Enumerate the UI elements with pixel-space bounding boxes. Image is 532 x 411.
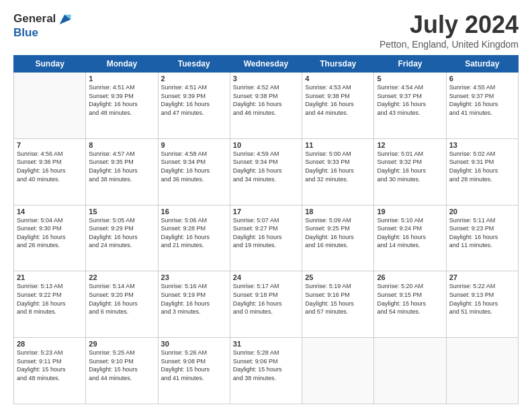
day-number: 25 <box>305 273 371 281</box>
location: Petton, England, United Kingdom <box>380 39 519 50</box>
day-number: 4 <box>305 75 371 83</box>
logo: General Blue <box>13 11 72 40</box>
col-sunday: Sunday <box>14 56 86 73</box>
table-row: 23Sunrise: 5:16 AMSunset: 9:19 PMDayligh… <box>158 271 230 338</box>
day-number: 7 <box>17 141 83 149</box>
logo-text: General Blue <box>13 11 72 40</box>
day-number: 31 <box>233 340 299 348</box>
day-info: Sunrise: 5:07 AMSunset: 9:27 PMDaylight:… <box>233 216 299 250</box>
day-number: 12 <box>377 141 443 149</box>
col-tuesday: Tuesday <box>158 56 230 73</box>
day-info: Sunrise: 4:52 AMSunset: 9:38 PMDaylight:… <box>233 83 299 117</box>
table-row: 27Sunrise: 5:22 AMSunset: 9:13 PMDayligh… <box>446 271 518 338</box>
col-wednesday: Wednesday <box>230 56 302 73</box>
day-info: Sunrise: 5:17 AMSunset: 9:18 PMDaylight:… <box>233 282 299 316</box>
day-number: 6 <box>449 75 515 83</box>
day-info: Sunrise: 5:23 AMSunset: 9:11 PMDaylight:… <box>17 349 83 382</box>
day-number: 23 <box>161 273 227 281</box>
day-info: Sunrise: 4:51 AMSunset: 9:39 PMDaylight:… <box>161 83 227 117</box>
day-info: Sunrise: 4:57 AMSunset: 9:35 PMDaylight:… <box>89 150 154 183</box>
day-number: 19 <box>377 208 443 216</box>
day-number: 24 <box>233 273 299 281</box>
table-row: 1Sunrise: 4:51 AMSunset: 9:39 PMDaylight… <box>86 73 158 139</box>
month-title: July 2024 <box>380 11 519 39</box>
table-row: 3Sunrise: 4:52 AMSunset: 9:38 PMDaylight… <box>230 73 302 139</box>
header: General Blue July 2024 Petton, England, … <box>13 11 519 50</box>
table-row: 6Sunrise: 4:55 AMSunset: 9:37 PMDaylight… <box>446 73 518 139</box>
day-info: Sunrise: 5:14 AMSunset: 9:20 PMDaylight:… <box>89 282 154 316</box>
day-info: Sunrise: 4:54 AMSunset: 9:37 PMDaylight:… <box>377 83 443 117</box>
table-row <box>374 338 446 404</box>
day-number: 3 <box>233 75 299 83</box>
table-row: 14Sunrise: 5:04 AMSunset: 9:30 PMDayligh… <box>14 205 86 271</box>
table-row: 28Sunrise: 5:23 AMSunset: 9:11 PMDayligh… <box>14 338 86 404</box>
day-info: Sunrise: 5:09 AMSunset: 9:25 PMDaylight:… <box>305 216 371 250</box>
table-row <box>302 338 374 404</box>
table-row: 22Sunrise: 5:14 AMSunset: 9:20 PMDayligh… <box>86 271 158 338</box>
table-row: 29Sunrise: 5:25 AMSunset: 9:10 PMDayligh… <box>86 338 158 404</box>
calendar-week-0: 1Sunrise: 4:51 AMSunset: 9:39 PMDaylight… <box>14 73 519 139</box>
calendar-header-row: Sunday Monday Tuesday Wednesday Thursday… <box>14 56 519 73</box>
logo-icon <box>57 12 72 27</box>
day-info: Sunrise: 5:11 AMSunset: 9:23 PMDaylight:… <box>449 216 515 250</box>
day-info: Sunrise: 5:22 AMSunset: 9:13 PMDaylight:… <box>449 282 515 316</box>
day-info: Sunrise: 5:01 AMSunset: 9:32 PMDaylight:… <box>377 150 443 183</box>
day-info: Sunrise: 5:02 AMSunset: 9:31 PMDaylight:… <box>449 150 515 183</box>
day-number: 29 <box>89 340 154 348</box>
col-thursday: Thursday <box>302 56 374 73</box>
table-row: 26Sunrise: 5:20 AMSunset: 9:15 PMDayligh… <box>374 271 446 338</box>
table-row: 12Sunrise: 5:01 AMSunset: 9:32 PMDayligh… <box>374 138 446 205</box>
day-number: 30 <box>161 340 227 348</box>
day-number: 18 <box>305 208 371 216</box>
day-info: Sunrise: 4:58 AMSunset: 9:34 PMDaylight:… <box>161 150 227 183</box>
day-number: 11 <box>305 141 371 149</box>
logo-blue: Blue <box>13 27 72 40</box>
logo-general: General <box>13 13 56 26</box>
day-info: Sunrise: 5:28 AMSunset: 9:06 PMDaylight:… <box>233 349 299 382</box>
table-row: 5Sunrise: 4:54 AMSunset: 9:37 PMDaylight… <box>374 73 446 139</box>
day-info: Sunrise: 5:00 AMSunset: 9:33 PMDaylight:… <box>305 150 371 183</box>
day-number: 13 <box>449 141 515 149</box>
day-number: 17 <box>233 208 299 216</box>
day-number: 22 <box>89 273 154 281</box>
table-row: 21Sunrise: 5:13 AMSunset: 9:22 PMDayligh… <box>14 271 86 338</box>
day-number: 20 <box>449 208 515 216</box>
day-number: 5 <box>377 75 443 83</box>
day-number: 28 <box>17 340 83 348</box>
table-row: 13Sunrise: 5:02 AMSunset: 9:31 PMDayligh… <box>446 138 518 205</box>
day-info: Sunrise: 5:04 AMSunset: 9:30 PMDaylight:… <box>17 216 83 250</box>
day-info: Sunrise: 5:05 AMSunset: 9:29 PMDaylight:… <box>89 216 154 250</box>
calendar-table: Sunday Monday Tuesday Wednesday Thursday… <box>13 55 519 404</box>
table-row: 24Sunrise: 5:17 AMSunset: 9:18 PMDayligh… <box>230 271 302 338</box>
col-saturday: Saturday <box>446 56 518 73</box>
table-row <box>446 338 518 404</box>
table-row: 9Sunrise: 4:58 AMSunset: 9:34 PMDaylight… <box>158 138 230 205</box>
col-friday: Friday <box>374 56 446 73</box>
table-row: 11Sunrise: 5:00 AMSunset: 9:33 PMDayligh… <box>302 138 374 205</box>
day-info: Sunrise: 5:06 AMSunset: 9:28 PMDaylight:… <box>161 216 227 250</box>
calendar-week-3: 21Sunrise: 5:13 AMSunset: 9:22 PMDayligh… <box>14 271 519 338</box>
title-section: July 2024 Petton, England, United Kingdo… <box>380 11 519 50</box>
table-row: 20Sunrise: 5:11 AMSunset: 9:23 PMDayligh… <box>446 205 518 271</box>
day-number: 16 <box>161 208 227 216</box>
table-row: 8Sunrise: 4:57 AMSunset: 9:35 PMDaylight… <box>86 138 158 205</box>
page: General Blue July 2024 Petton, England, … <box>0 0 532 411</box>
day-info: Sunrise: 5:16 AMSunset: 9:19 PMDaylight:… <box>161 282 227 316</box>
calendar-week-1: 7Sunrise: 4:56 AMSunset: 9:36 PMDaylight… <box>14 138 519 205</box>
day-info: Sunrise: 5:26 AMSunset: 9:08 PMDaylight:… <box>161 349 227 382</box>
day-info: Sunrise: 5:19 AMSunset: 9:16 PMDaylight:… <box>305 282 371 316</box>
table-row <box>14 73 86 139</box>
day-number: 26 <box>377 273 443 281</box>
table-row: 15Sunrise: 5:05 AMSunset: 9:29 PMDayligh… <box>86 205 158 271</box>
day-number: 27 <box>449 273 515 281</box>
day-number: 9 <box>161 141 227 149</box>
day-number: 1 <box>89 75 154 83</box>
day-info: Sunrise: 5:13 AMSunset: 9:22 PMDaylight:… <box>17 282 83 316</box>
day-number: 8 <box>89 141 154 149</box>
day-info: Sunrise: 4:55 AMSunset: 9:37 PMDaylight:… <box>449 83 515 117</box>
calendar-week-4: 28Sunrise: 5:23 AMSunset: 9:11 PMDayligh… <box>14 338 519 404</box>
table-row: 2Sunrise: 4:51 AMSunset: 9:39 PMDaylight… <box>158 73 230 139</box>
day-info: Sunrise: 4:51 AMSunset: 9:39 PMDaylight:… <box>89 83 154 117</box>
day-number: 14 <box>17 208 83 216</box>
day-number: 15 <box>89 208 154 216</box>
